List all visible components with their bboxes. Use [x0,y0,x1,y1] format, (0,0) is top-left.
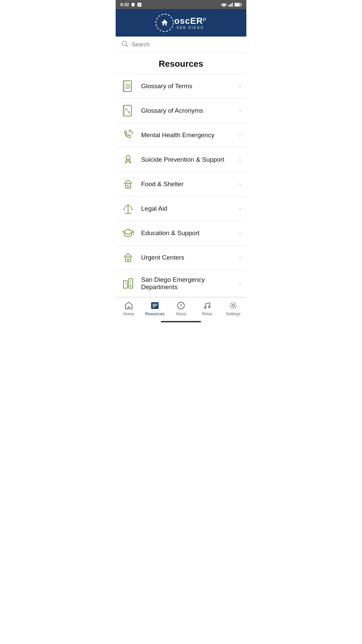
resource-item-glossary-terms[interactable]: Abc Glossary of Terms › [116,74,246,99]
building-medical-icon [121,277,135,289]
nav-item-settings[interactable]: Settings [220,298,246,319]
logo-subtitle: SAN DIEGO [174,26,207,30]
urgent-centers-label: Urgent Centers [141,254,233,261]
logo: oscERjr SAN DIEGO [156,14,207,32]
svg-rect-2 [229,5,229,7]
svg-text:Abc: Abc [125,83,131,86]
chevron-right-icon: › [239,156,241,163]
resource-item-education[interactable]: Education & Support › [116,221,246,246]
house-plus-icon [121,252,135,264]
resource-item-urgent-centers[interactable]: Urgent Centers › [116,246,246,270]
nav-item-home[interactable]: Home [116,298,142,319]
svg-line-31 [124,206,125,209]
resource-list: Abc Glossary of Terms › A Z Glossary of … [116,74,246,297]
logo-brand: oscERjr [174,16,207,26]
svg-point-22 [130,130,130,131]
glossary-acronyms-label: Glossary of Acronyms [141,107,233,114]
education-label: Education & Support [141,229,233,237]
nav-about-label: About [176,312,186,316]
chevron-right-icon: › [239,254,241,261]
resource-item-mental-health[interactable]: Mental Health Emergency › [116,123,246,148]
nav-item-resources[interactable]: Resources [142,298,168,319]
a-icon: A [137,2,142,7]
phone-medical-icon [121,129,135,141]
status-bar: 9:32 A [116,0,246,9]
wifi-icon [221,2,227,7]
svg-line-11 [126,45,128,47]
legal-aid-label: Legal Aid [141,205,233,212]
svg-point-55 [232,304,235,307]
emergency-depts-label: San Diego Emergency Departments [141,276,233,291]
svg-rect-3 [230,4,230,6]
nav-relax-label: Relax [202,312,213,316]
chevron-right-icon: › [239,83,241,90]
nav-settings-label: Settings [226,312,240,316]
food-shelter-label: Food & Shelter [141,180,233,188]
settings-nav-icon [229,301,238,310]
search-bar [116,37,246,53]
resource-item-emergency-depts[interactable]: San Diego Emergency Departments › [116,270,246,297]
music-nav-icon [202,301,212,310]
svg-text:?: ? [180,304,182,308]
bottom-nav: Home Resources ? About Relax Settings [116,297,246,319]
svg-marker-33 [123,229,133,234]
scales-icon [121,203,135,215]
logo-text: oscERjr SAN DIEGO [174,16,207,30]
svg-rect-13 [123,81,125,92]
resource-item-legal-aid[interactable]: Legal Aid › [116,197,246,221]
graduation-icon [121,227,135,239]
app-header: oscERjr SAN DIEGO [116,9,246,37]
status-bar-left: 9:32 A [120,2,142,7]
shield-icon [131,2,135,7]
chevron-right-icon: › [239,132,241,139]
svg-rect-8 [235,3,240,6]
chevron-right-icon: › [239,181,241,188]
svg-rect-7 [241,4,242,5]
svg-rect-5 [232,3,233,7]
about-nav-icon: ? [176,301,186,310]
svg-rect-18 [123,105,125,116]
signal-icon [228,2,233,7]
nav-home-label: Home [123,312,134,316]
search-icon [121,40,128,49]
resource-item-glossary-acronyms[interactable]: A Z Glossary of Acronyms › [116,99,246,123]
book-abc-icon: Abc [121,80,135,92]
resources-nav-icon [150,301,160,310]
search-input[interactable] [132,41,241,48]
svg-rect-38 [123,281,127,288]
svg-line-32 [131,206,132,209]
svg-text:A: A [125,108,127,111]
nav-resources-label: Resources [145,312,164,316]
home-indicator-bar [161,321,201,322]
suicide-prevention-label: Suicide Prevention & Support [141,156,233,163]
glossary-terms-label: Glossary of Terms [141,83,233,90]
status-bar-right [221,2,242,7]
resource-item-food-shelter[interactable]: Food & Shelter › [116,172,246,197]
book-az-icon: A Z [121,105,135,117]
svg-point-54 [208,306,210,308]
nav-item-relax[interactable]: Relax [194,298,220,319]
home-indicator [116,319,246,324]
logo-circle [156,14,174,32]
house-fork-icon [121,178,135,190]
svg-point-53 [204,307,206,309]
chevron-right-icon: › [239,280,241,287]
time: 9:32 [120,2,129,7]
nav-item-about[interactable]: ? About [168,298,194,319]
mental-health-label: Mental Health Emergency [141,131,233,139]
ribbon-icon [121,154,135,166]
page-title: Resources [116,53,246,74]
chevron-right-icon: › [239,230,241,237]
svg-text:A: A [139,3,140,6]
battery-icon [234,2,242,7]
logo-arrow-icon [159,17,170,28]
home-nav-icon [124,301,133,310]
chevron-right-icon: › [239,107,241,114]
chevron-right-icon: › [239,205,241,212]
resource-item-suicide-prevention[interactable]: Suicide Prevention & Support › [116,148,246,172]
svg-rect-4 [231,3,232,6]
